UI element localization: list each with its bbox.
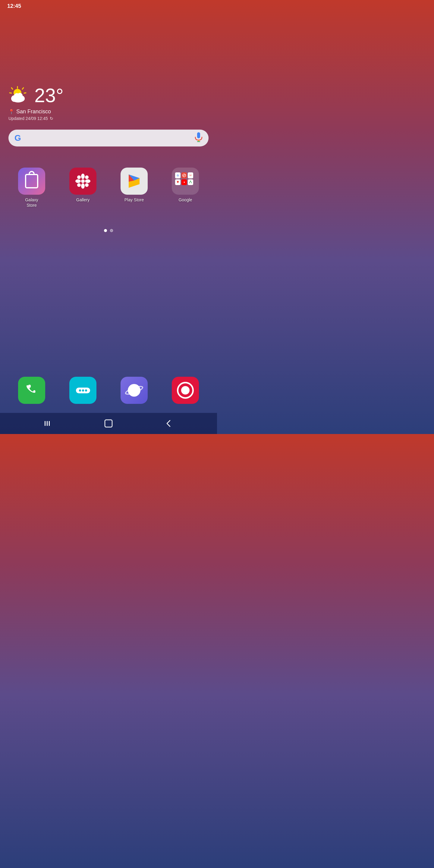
svg-line-4 [10,93,11,93]
galaxy-store-icon [18,167,45,195]
back-button[interactable] [161,417,176,430]
refresh-icon[interactable]: ↻ [50,116,53,121]
app-grid: GalaxyStore Gallery [0,160,217,216]
google-search-bar[interactable]: G [8,130,209,147]
dock [0,371,217,410]
nav-bar [0,413,217,434]
status-bar: 12:45 [0,0,217,12]
dock-camera[interactable] [160,374,211,407]
weather-location: San Francisco [16,108,51,115]
app-galaxy-store[interactable]: GalaxyStore [6,163,57,213]
play-store-label: Play Store [124,197,144,203]
weather-temperature: 23° [34,84,64,107]
weather-location-row: 📍 San Francisco [8,108,64,115]
app-gallery[interactable]: Gallery [57,163,108,213]
recent-apps-button[interactable] [41,417,56,430]
galaxy-store-label: GalaxyStore [25,197,38,208]
svg-line-3 [11,88,13,89]
location-pin-icon: 📍 [8,109,14,115]
svg-rect-22 [44,421,45,426]
dock-messages[interactable] [57,374,108,407]
page-dot-1[interactable] [104,229,107,232]
weather-icon [8,85,30,106]
weather-temp-row: 23° [8,84,64,107]
phone-icon [18,377,45,404]
play-store-icon [121,167,148,195]
svg-line-1 [22,88,24,89]
svg-rect-23 [47,421,48,426]
weather-widget[interactable]: 23° 📍 San Francisco Updated 24/09 12:45 … [8,84,64,121]
google-folder-label: Google [179,197,192,203]
camera-icon [172,377,199,404]
page-indicators [0,229,217,232]
svg-rect-25 [105,420,112,427]
svg-point-10 [17,93,23,98]
svg-line-2 [24,93,26,93]
google-folder-icon: G M [172,167,199,195]
microphone-icon[interactable] [195,132,203,144]
browser-icon [121,377,148,404]
app-google-folder[interactable]: G M Google [160,163,211,213]
gallery-label: Gallery [76,197,90,203]
svg-rect-11 [197,132,200,138]
home-button[interactable] [101,417,116,430]
dock-phone[interactable] [6,374,57,407]
svg-rect-24 [49,421,50,426]
dock-browser[interactable] [108,374,160,407]
google-logo: G [14,133,21,143]
app-play-store[interactable]: Play Store [108,163,160,213]
page-dot-2[interactable] [110,229,113,232]
gallery-icon [69,167,96,195]
status-time: 12:45 [7,3,21,9]
weather-updated: Updated 24/09 12:45 ↻ [8,116,64,121]
messages-icon [69,377,96,404]
